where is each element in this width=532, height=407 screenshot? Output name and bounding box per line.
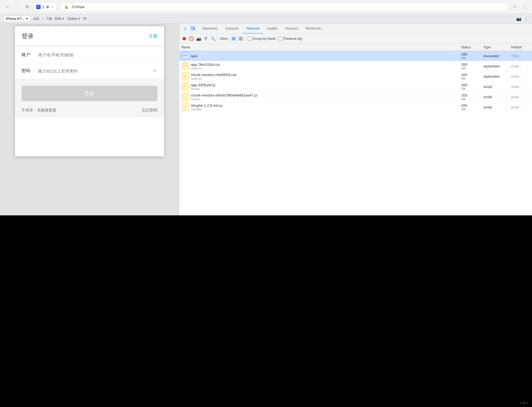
watermark: 亿捷云 <box>520 401 529 405</box>
row-type-cell: script <box>482 92 510 102</box>
search-network-button[interactable]: 🔍 <box>210 35 216 42</box>
view-label: View: <box>220 36 229 41</box>
row-filename-info: spa/ <box>191 54 198 58</box>
device-toggle-button[interactable] <box>189 25 197 33</box>
svg-point-2 <box>183 37 186 40</box>
row-name-cell: JS strophe-1.2.8.min.js /spa/libs <box>179 102 460 112</box>
network-toolbar: 🚫 📷 🔍 View: <box>179 34 532 44</box>
table-row[interactable]: HTML </> spa/ 200 OK document Othe... <box>179 51 532 61</box>
refresh-button[interactable]: ↻ <box>23 3 31 11</box>
more-button[interactable]: ⋮ <box>521 3 529 11</box>
tab-performance[interactable]: Performa... <box>302 24 327 33</box>
row-status-cell: 200 OK <box>460 102 482 112</box>
clear-button[interactable]: 🚫 <box>188 35 195 42</box>
phone-browser-strips <box>15 24 164 27</box>
row-filename-info: app.76ec516d.css /spa/css <box>191 62 220 70</box>
device-selector[interactable]: iPhone 6/7... ▼ <box>3 16 31 22</box>
group-by-frame-label[interactable]: Group by frame <box>248 37 276 41</box>
tab-console[interactable]: Console <box>222 24 243 33</box>
status-code: 200 <box>461 83 481 87</box>
file-icon-css: CSS <box>181 72 189 80</box>
bookmark-button[interactable]: ☆ <box>511 3 519 11</box>
tab-sources[interactable]: Sources <box>281 24 302 33</box>
record-button[interactable] <box>181 35 188 42</box>
guest-link[interactable]: 不登录，先随便逛逛 <box>22 108 56 113</box>
camera-button[interactable]: 📷 <box>195 35 202 42</box>
zoom-value: 83% <box>55 17 61 21</box>
table-row[interactable]: JS strophe-1.2.8.min.js /spa/libs 200 OK… <box>179 102 532 112</box>
row-status-cell: 200 OK <box>460 61 482 71</box>
login-page: 登录 注册 账户 密码 👁 <box>15 27 164 117</box>
bottom-black-area: 亿捷云 <box>0 215 532 407</box>
forward-button[interactable]: → <box>13 3 21 11</box>
preserve-log-label[interactable]: Preserve log <box>278 37 302 41</box>
tab-network[interactable]: Network <box>243 24 264 33</box>
phone-preview-area: 登录 注册 账户 密码 👁 <box>0 24 179 215</box>
file-icon-js: JS <box>181 93 189 101</box>
tab-audits[interactable]: Audits <box>264 24 281 33</box>
more-device-button[interactable]: ⋮ <box>524 16 529 22</box>
row-name-cell: HTML </> spa/ <box>179 51 460 61</box>
view-list-button[interactable] <box>230 35 237 42</box>
svg-text:JS: JS <box>184 85 186 87</box>
network-selector[interactable]: Online ▼ <box>67 17 80 21</box>
chevron-down-icon: ▼ <box>25 17 28 20</box>
zoom-chevron-icon: ▼ <box>62 17 65 20</box>
preserve-log-checkbox[interactable] <box>278 37 282 41</box>
password-input[interactable] <box>38 69 152 73</box>
row-filename-info: strophe-1.2.8.min.js /spa/libs <box>191 103 222 111</box>
zoom-selector[interactable]: 83% ▼ <box>55 17 65 21</box>
table-row[interactable]: JS app.33f3b2ef.js /spa/js 200 OK script <box>179 82 532 92</box>
table-row[interactable]: CSS chunk-vendors.c6e582f4.css /spa/css … <box>179 71 532 82</box>
table-row[interactable]: JS chunk-vendors-a643e7f80af4e661ee47.js… <box>179 92 532 102</box>
svg-rect-5 <box>232 40 235 40</box>
row-path: /spa/libs <box>191 108 222 111</box>
inspect-element-button[interactable]: ⊹ <box>181 25 189 33</box>
row-name-cell: CSS chunk-vendors.c6e582f4.css /spa/css <box>179 71 460 81</box>
tab-close-button[interactable]: × <box>51 5 54 9</box>
status-text: OK <box>461 108 481 111</box>
url-text: .213/spa <box>71 5 85 9</box>
row-status-cell: 200 OK <box>460 51 482 61</box>
status-code: 200 <box>461 62 481 67</box>
svg-text:JS: JS <box>184 96 186 97</box>
view-tree-button[interactable] <box>238 35 244 42</box>
rotate-button[interactable]: ⟳ <box>83 16 87 21</box>
col-header-type[interactable]: Type <box>482 45 510 49</box>
svg-rect-4 <box>232 38 235 39</box>
col-header-name[interactable]: Name <box>179 45 460 49</box>
screenshot-button[interactable]: 📷 <box>516 16 522 21</box>
other-icon: ■ <box>46 5 50 9</box>
back-button[interactable]: ← <box>3 3 11 11</box>
row-type-cell: stylesheet <box>482 71 510 81</box>
login-button[interactable]: 登录 <box>22 86 157 101</box>
register-link[interactable]: 注册 <box>149 33 157 39</box>
forgot-link[interactable]: 忘记密码 <box>142 108 157 113</box>
account-input[interactable] <box>38 53 157 57</box>
nt-separator-2 <box>246 36 246 41</box>
tab-favicon: T <box>36 5 41 9</box>
table-row[interactable]: CSS app.76ec516d.css /spa/css 200 OK sty… <box>179 61 532 71</box>
row-initiator-cell: (inde... <box>510 92 532 102</box>
col-header-status[interactable]: Status <box>460 45 482 49</box>
col-header-initiator[interactable]: Initiator <box>510 45 532 49</box>
devtools-left-icons: ⊹ <box>179 24 199 33</box>
browser-toolbar: ← → ↻ T § ■ × 🔒 .213/spa ☆ ⋮ <box>0 0 532 14</box>
address-bar[interactable]: 🔒 .213/spa <box>60 2 509 11</box>
row-initiator-cell: (inde... <box>510 71 532 81</box>
status-text: OK <box>461 77 481 80</box>
row-type-cell: script <box>482 82 510 92</box>
active-tab[interactable]: T § ■ × <box>33 2 57 11</box>
filter-button[interactable] <box>202 35 209 42</box>
row-filename: app.76ec516d.css <box>191 62 220 67</box>
tab-elements[interactable]: Elements <box>199 24 222 33</box>
svg-text:</>: </> <box>183 56 185 58</box>
password-toggle-icon[interactable]: 👁 <box>152 68 157 74</box>
devtools-header: ⊹ Elements Console Network Audits Source… <box>179 24 532 34</box>
row-initiator-cell: Othe... <box>510 51 532 61</box>
row-path: /spa/css <box>191 77 236 80</box>
svg-rect-3 <box>232 37 235 38</box>
tab-strip: T § ■ × <box>33 2 57 11</box>
network-table-header: Name Status Type Initiator <box>179 44 532 51</box>
group-by-frame-checkbox[interactable] <box>248 37 252 41</box>
